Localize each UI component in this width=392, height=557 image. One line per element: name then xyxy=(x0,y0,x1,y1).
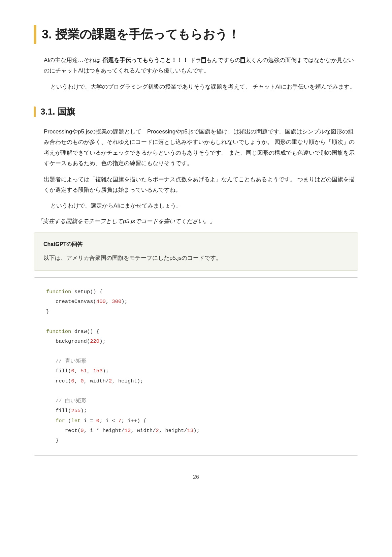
redacted-1: ■ xyxy=(201,57,206,63)
section-heading: 3. 授業の課題を手伝ってもらおう！ xyxy=(42,24,240,45)
intro-paragraph-2: というわけで、大学のプログラミング初級の授業でありそうな課題を考えて、 チャット… xyxy=(34,82,358,92)
intro-paragraph-1: AIの主な用途…それは 宿題を手伝ってもらうこと！！！ ドラ■もんですらの■太く… xyxy=(34,55,358,76)
bold-phrase: 宿題を手伝ってもらうこと！！！ xyxy=(102,57,188,63)
body-paragraph-2: 出題者によっては「複雑な国旗を描いたらボーナス点数をあげるよ」なんてこともあるよ… xyxy=(34,174,358,195)
section-title: 3. 授業の課題を手伝ってもらおう！ xyxy=(34,24,358,45)
body-paragraph-3: というわけで、選定からAIにまかせてみましょう。 xyxy=(34,200,358,211)
subsection-title: 3.1. 国旗 xyxy=(34,104,358,120)
chatgpt-label: ChatGPTの回答 xyxy=(43,240,349,249)
subsection-bar xyxy=(34,106,36,117)
subsection-heading: 3.1. 国旗 xyxy=(40,104,75,120)
section-bar xyxy=(34,25,36,44)
page-number: 26 xyxy=(34,472,358,482)
code-block: function setup() { createCanvas(400, 300… xyxy=(34,277,358,456)
user-quote: 「実在する国旗をモチーフとしてp5.jsでコードを書いてください。」 xyxy=(34,216,358,226)
redacted-2: ■ xyxy=(240,57,245,63)
body-paragraph-1: Processingやp5.jsの授業の課題として「Processingやp5.… xyxy=(34,126,358,169)
chatgpt-box: ChatGPTの回答 以下は、アメリカ合衆国の国旗をモチーフにしたp5.jsのコ… xyxy=(34,233,358,271)
chatgpt-response: 以下は、アメリカ合衆国の国旗をモチーフにしたp5.jsのコードです。 xyxy=(43,253,349,264)
